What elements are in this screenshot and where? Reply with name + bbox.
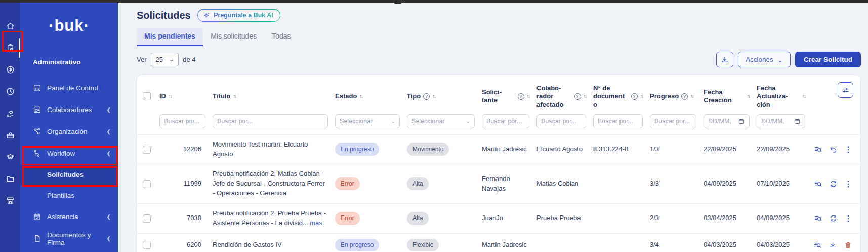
page-title: Solicitudes: [137, 10, 191, 21]
more-options-button[interactable]: ⋮: [844, 146, 852, 154]
cell-titulo: Preuba notificación 2: Matias Cobian - J…: [209, 164, 331, 203]
undo-button[interactable]: [829, 145, 838, 154]
retry-button[interactable]: [829, 214, 838, 223]
cell-fecha-actualizacion: 04/09/2025: [753, 208, 808, 228]
download-row-button[interactable]: [829, 241, 837, 249]
ask-buk-ai-button[interactable]: Preguntale a Buk AI: [197, 9, 281, 22]
sidebar-item-asistencia[interactable]: Asistencia ❮: [20, 206, 118, 228]
rail-item-training[interactable]: [0, 146, 20, 168]
sort-icon[interactable]: ↑↓: [690, 93, 693, 99]
tipo-badge: Flexible: [407, 239, 439, 251]
help-icon[interactable]: ?: [681, 93, 688, 100]
row-checkbox[interactable]: [143, 146, 151, 154]
view-detail-button[interactable]: [814, 179, 822, 188]
export-download-button[interactable]: [716, 52, 733, 67]
download-icon: [829, 241, 837, 249]
filter-solicitante-input[interactable]: [482, 114, 529, 128]
more-options-button[interactable]: ⋮: [844, 180, 852, 188]
cell-solicitante: Martín Jadresic: [478, 235, 532, 252]
view-detail-button[interactable]: [813, 241, 822, 249]
home-icon: [6, 21, 15, 31]
chevron-left-icon: ❮: [107, 236, 111, 241]
sparkle-icon: [203, 12, 211, 19]
sort-icon[interactable]: ↑↓: [640, 93, 643, 99]
filter-id-input[interactable]: [159, 114, 205, 128]
filter-colaborador-input[interactable]: [536, 114, 586, 128]
page-size-select[interactable]: 25 ⌄: [151, 53, 179, 66]
retry-button[interactable]: [829, 179, 838, 188]
rail-item-home[interactable]: [0, 15, 20, 37]
workflow-icon: [33, 149, 42, 158]
column-settings-button[interactable]: [838, 82, 853, 98]
graduation-cap-icon: [6, 152, 15, 162]
crear-solicitud-button[interactable]: Crear Solicitud: [795, 52, 861, 67]
org-chart-icon: [33, 127, 42, 136]
tab-mis-pendientes[interactable]: Mis pendientes: [137, 28, 203, 46]
sidebar-item-label: Organización: [47, 128, 88, 135]
sidebar-item-solicitudes[interactable]: Solicitudes: [20, 164, 118, 185]
estado-badge: En progreso: [335, 143, 379, 156]
help-icon[interactable]: ?: [518, 93, 524, 100]
cell-fecha-creacion: 04/03/2025: [699, 235, 753, 252]
id-card-icon: [33, 105, 42, 114]
sort-icon[interactable]: ↑↓: [432, 93, 435, 99]
filter-estado-select[interactable]: Seleccionar⌄: [335, 114, 400, 128]
table-row: 12206 Movimiento Test martin: Elcuarto A…: [137, 134, 860, 164]
sort-icon[interactable]: ↑↓: [233, 93, 236, 99]
window-handle: [394, 0, 401, 4]
cell-titulo: Preuba notificación 2: Prueba Prueba - A…: [213, 209, 326, 227]
sort-icon[interactable]: ↑↓: [359, 93, 362, 99]
filter-fecha-actualizacion-input[interactable]: DD/MM,: [757, 114, 805, 128]
sort-icon[interactable]: ↑↓: [747, 93, 750, 99]
cell-fecha-actualizacion: 22/09/2025: [753, 139, 808, 159]
mas-link[interactable]: más: [310, 219, 322, 227]
help-icon[interactable]: ?: [631, 93, 638, 100]
tab-todas[interactable]: Todas: [264, 28, 298, 46]
sidebar-item-plantillas[interactable]: Plantillas: [20, 185, 118, 206]
sidebar-item-workflow[interactable]: Workflow ❮: [20, 142, 118, 164]
filter-titulo-input[interactable]: [213, 114, 328, 128]
sort-icon[interactable]: ↑↓: [584, 93, 587, 99]
calendar-icon: [738, 118, 745, 125]
filter-fecha-creacion-input[interactable]: DD/MM,: [704, 114, 750, 128]
cell-id: 6200: [155, 235, 209, 252]
download-icon: [721, 56, 729, 64]
view-detail-button[interactable]: [814, 145, 822, 154]
acciones-button[interactable]: Acciones ⌄: [738, 52, 791, 67]
sort-icon[interactable]: ↑↓: [169, 93, 172, 99]
rail-item-marketplace[interactable]: [0, 190, 20, 211]
rail-item-documents-folder[interactable]: [0, 168, 20, 190]
rail-item-vacations[interactable]: [0, 124, 20, 146]
row-checkbox[interactable]: [143, 241, 151, 249]
tab-mis-solicitudes[interactable]: Mis solicitudes: [203, 28, 264, 46]
rail-item-remunerations[interactable]: [0, 59, 20, 81]
rail-item-talent[interactable]: [0, 102, 20, 124]
help-icon[interactable]: ?: [574, 93, 581, 100]
filter-documento-input[interactable]: [593, 114, 643, 128]
sidebar-item-panel-de-control[interactable]: Panel de Control: [20, 77, 118, 99]
filter-progreso-input[interactable]: [650, 114, 696, 128]
chevron-left-icon: ❮: [107, 151, 111, 156]
select-all-checkbox[interactable]: [143, 92, 151, 100]
sort-icon[interactable]: ↑↓: [803, 93, 806, 99]
help-icon[interactable]: ?: [423, 93, 430, 100]
sidebar-item-organizacion[interactable]: Organización ❮: [20, 121, 118, 142]
cell-documento: 8.313.224-8: [589, 139, 646, 159]
row-checkbox[interactable]: [143, 214, 151, 223]
clipboard-clock-icon: [6, 43, 15, 53]
delete-button[interactable]: [844, 241, 852, 249]
view-detail-button[interactable]: [814, 214, 822, 223]
row-checkbox[interactable]: [143, 180, 151, 188]
sidebar-item-label: Panel de Control: [47, 84, 98, 92]
sidebar-icon-rail: [0, 0, 20, 252]
filter-tipo-select[interactable]: Seleccionar⌄: [407, 114, 475, 128]
sort-icon[interactable]: ↑↓: [527, 93, 530, 99]
cell-fecha-actualizacion: 07/10/2025: [753, 174, 808, 194]
calendar-icon: [794, 118, 801, 125]
sidebar-item-documentos-y-firma[interactable]: Documentos y Firma ❮: [20, 228, 118, 249]
more-options-button[interactable]: ⋮: [844, 214, 852, 223]
sidebar-item-colaboradores[interactable]: Colaboradores ❮: [20, 99, 118, 121]
rail-item-time[interactable]: [0, 81, 20, 102]
rail-item-requests[interactable]: [0, 37, 20, 59]
sidebar-item-label: Workflow: [47, 150, 75, 157]
